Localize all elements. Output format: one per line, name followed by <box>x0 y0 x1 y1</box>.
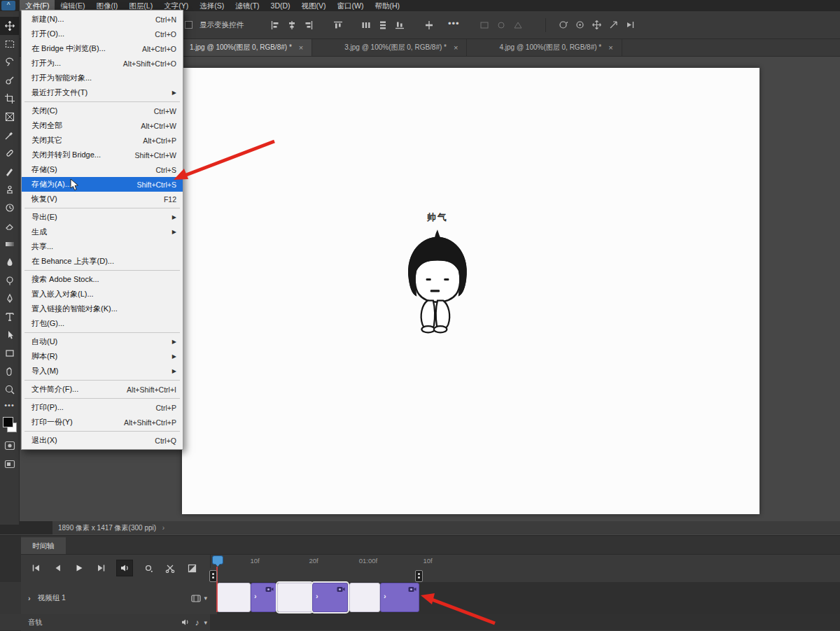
menu-item-close[interactable]: 关闭(C)Ctrl+W <box>22 104 183 118</box>
distribute-h-icon[interactable] <box>360 19 372 31</box>
tool-hand[interactable] <box>0 362 19 381</box>
document-canvas[interactable]: 帅气 <box>182 68 760 514</box>
tool-pen[interactable] <box>0 290 19 308</box>
timeline-clip-1-tail[interactable]: › <box>251 583 276 612</box>
tool-move[interactable] <box>0 17 19 35</box>
menu-item-close-others[interactable]: 关闭其它Alt+Ctrl+P <box>22 133 183 148</box>
tool-rectangle[interactable] <box>0 344 19 362</box>
menu-item-scripts[interactable]: 脚本(R)▶ <box>22 349 183 364</box>
tool-history-brush[interactable] <box>0 199 19 217</box>
tool-crop[interactable] <box>0 90 19 108</box>
menu-item-import[interactable]: 导入(M)▶ <box>22 364 183 378</box>
menubar-item-3d[interactable]: 3D(D) <box>265 0 296 11</box>
distribute-v-icon[interactable] <box>377 19 389 31</box>
menu-item-save[interactable]: 存储(S)Ctrl+S <box>22 162 183 177</box>
menu-item-package[interactable]: 打包(G)... <box>22 316 183 331</box>
audio-track-header[interactable]: 音轨 ♪ ▾ <box>21 614 217 630</box>
audio-track-lane[interactable] <box>210 614 840 630</box>
timeline-ruler[interactable]: 10f 20f 01:00f 10f <box>210 554 840 568</box>
previous-frame-button[interactable] <box>51 562 64 574</box>
menu-item-place-linked[interactable]: 置入链接的智能对象(K)... <box>22 302 183 316</box>
menu-item-print[interactable]: 打印(P)...Ctrl+P <box>22 400 183 415</box>
tool-frame[interactable] <box>0 108 19 126</box>
menu-item-generate[interactable]: 生成▶ <box>22 225 183 239</box>
disclosure-icon[interactable]: › <box>28 594 31 602</box>
close-icon[interactable]: × <box>298 43 304 52</box>
split-clip-button[interactable] <box>164 562 176 574</box>
timeline-clip-2-tail[interactable]: › <box>312 583 348 612</box>
menubar-item-help[interactable]: 帮助(H) <box>370 0 406 11</box>
menu-item-exit[interactable]: 退出(X)Ctrl+Q <box>22 433 183 448</box>
color-swatches[interactable] <box>2 417 18 432</box>
align-bottom-icon[interactable] <box>393 19 406 31</box>
align-right-icon[interactable] <box>302 19 315 31</box>
next-frame-button[interactable] <box>94 562 107 574</box>
timeline-clip-3-tail[interactable]: › <box>380 583 419 612</box>
menu-item-open-as[interactable]: 打开为...Alt+Shift+Ctrl+O <box>22 56 183 71</box>
menu-item-open-as-smart-object[interactable]: 打开为智能对象... <box>22 71 183 85</box>
transition-button[interactable] <box>186 562 198 574</box>
timeline-clip-1-frame[interactable] <box>217 583 251 612</box>
scale-3d-icon[interactable] <box>624 19 637 31</box>
menubar-item-view[interactable]: 视图(V) <box>296 0 332 11</box>
tool-eraser[interactable] <box>0 217 19 235</box>
foreground-color-swatch[interactable] <box>3 417 13 427</box>
tool-dodge[interactable] <box>0 271 19 290</box>
music-note-icon[interactable]: ♪ <box>195 618 199 628</box>
timeline-clip-3-frame[interactable] <box>349 583 380 612</box>
menu-item-export[interactable]: 导出(E)▶ <box>22 210 183 225</box>
menu-item-open-recent[interactable]: 最近打开文件(T)▶ <box>22 85 183 100</box>
menu-item-share-on-behance[interactable]: 在 Behance 上共享(D)... <box>22 254 183 269</box>
quick-mask-button[interactable] <box>0 437 19 455</box>
menubar-item-select[interactable]: 选择(S) <box>194 0 230 11</box>
tool-lasso[interactable] <box>0 53 19 71</box>
tool-brush[interactable] <box>0 162 19 180</box>
pan-3d-icon[interactable] <box>591 19 603 31</box>
show-transform-checkbox[interactable] <box>185 21 192 29</box>
menu-item-open[interactable]: 打开(O)...Ctrl+O <box>22 27 183 41</box>
first-frame-button[interactable] <box>29 562 42 574</box>
mute-audio-button[interactable] <box>116 560 133 576</box>
tool-blur[interactable] <box>0 253 19 271</box>
roll-3d-icon[interactable] <box>574 19 587 31</box>
screen-mode-button[interactable] <box>0 455 19 473</box>
video-track-lane[interactable]: › › › <box>210 582 840 614</box>
menu-item-browse-in-bridge[interactable]: 在 Bridge 中浏览(B)...Alt+Ctrl+O <box>22 41 183 56</box>
more-options-icon[interactable]: ••• <box>448 18 460 29</box>
edit-toolbar-icon[interactable]: ••• <box>0 399 19 411</box>
menu-item-revert[interactable]: 恢复(V)F12 <box>22 192 183 206</box>
tool-zoom[interactable] <box>0 381 19 399</box>
distribute-center-icon[interactable] <box>423 19 435 31</box>
tool-gradient[interactable] <box>0 235 19 253</box>
menu-item-share[interactable]: 共享... <box>22 239 183 254</box>
menubar-item-window[interactable]: 窗口(W) <box>332 0 370 11</box>
speaker-icon[interactable] <box>181 618 190 626</box>
timeline-tab[interactable]: 时间轴 <box>21 537 66 554</box>
menu-item-file-info[interactable]: 文件简介(F)...Alt+Shift+Ctrl+I <box>22 382 183 397</box>
menu-item-close-all[interactable]: 关闭全部Alt+Ctrl+W <box>22 118 183 133</box>
menu-item-save-as[interactable]: 存储为(A)...Shift+Ctrl+S <box>22 177 183 192</box>
tool-spot-healing-brush[interactable] <box>0 144 19 162</box>
document-tab-1[interactable]: 1.jpg @ 100%(图层 0, RGB/8#) * × <box>183 39 312 56</box>
video-clip-settings-button[interactable]: ▾ <box>191 595 207 602</box>
timeline-clip-2-frame[interactable] <box>277 583 312 612</box>
status-chevron-icon[interactable]: › <box>162 524 164 532</box>
video-track-header[interactable]: › 视频组 1 ▾ <box>21 582 217 615</box>
close-icon[interactable]: × <box>607 43 614 52</box>
tool-path-selection[interactable] <box>0 326 19 344</box>
playhead[interactable] <box>212 555 223 565</box>
tool-quick-selection[interactable] <box>0 71 19 90</box>
work-area-end-handle[interactable] <box>415 570 423 582</box>
document-tab-2[interactable]: 3.jpg @ 100%(图层 0, RGB/8#) * × <box>337 39 467 56</box>
playback-options-button[interactable] <box>142 562 155 574</box>
align-center-h-icon[interactable] <box>286 19 298 31</box>
menu-item-close-and-go-to-bridge[interactable]: 关闭并转到 Bridge...Shift+Ctrl+W <box>22 148 183 162</box>
tool-clone-stamp[interactable] <box>0 180 19 199</box>
dolly-3d-icon[interactable] <box>608 19 620 31</box>
menu-item-automate[interactable]: 自动(U)▶ <box>22 334 183 349</box>
align-left-icon[interactable] <box>269 19 281 31</box>
menu-item-print-one-copy[interactable]: 打印一份(Y)Alt+Shift+Ctrl+P <box>22 415 183 430</box>
play-button[interactable] <box>73 562 85 574</box>
close-icon[interactable]: × <box>452 43 459 52</box>
tool-eyedropper[interactable] <box>0 126 19 144</box>
